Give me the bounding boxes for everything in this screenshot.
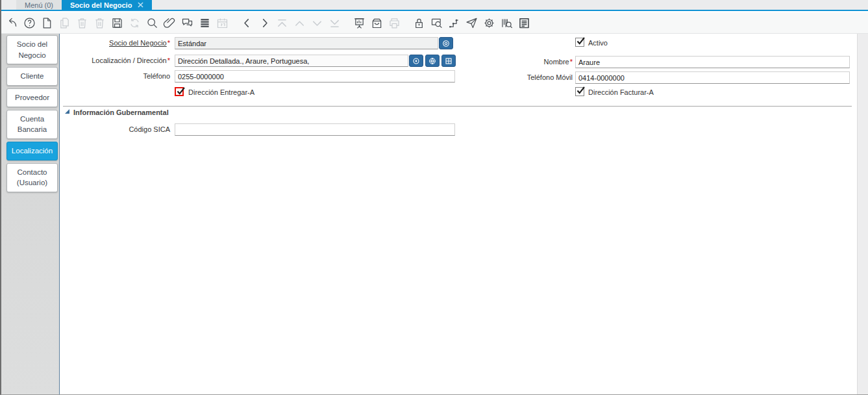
previous-record-button[interactable] (240, 14, 254, 32)
undo-button[interactable] (5, 14, 19, 32)
checkmark-icon (577, 37, 585, 45)
location-dialog-button[interactable] (409, 55, 423, 67)
last-record-icon (328, 16, 341, 30)
send-mail-icon (465, 16, 478, 30)
next-record-icon (258, 16, 271, 30)
form-area: Socio del Negocio* Activo Localización /… (60, 34, 857, 394)
nombre-field[interactable] (575, 56, 850, 68)
zoom-across-icon (430, 16, 443, 30)
delete-record-button (75, 14, 90, 32)
first-record-button (275, 14, 290, 32)
detail-record-button (310, 14, 325, 32)
undo-icon (5, 16, 19, 30)
attachment-button[interactable] (162, 14, 177, 32)
copy-record-button (57, 14, 72, 32)
chart-button[interactable] (352, 14, 367, 32)
tab-socio-label: Socio del Negocio (70, 1, 132, 9)
map-button[interactable] (425, 55, 440, 67)
record-info-icon (442, 40, 450, 47)
product-info-button[interactable] (499, 14, 514, 32)
sidebar-tab-contacto-usuario[interactable]: Contacto (Usuario) (6, 163, 58, 192)
detail-record-icon (310, 16, 324, 30)
calendar-button (215, 14, 230, 32)
first-record-icon (275, 16, 289, 30)
record-info-button[interactable] (439, 37, 453, 49)
section-title: Información Gubernamental (73, 108, 169, 116)
preferences-icon (482, 16, 496, 30)
sidebar-tab-localizacion[interactable]: Localización (6, 142, 58, 160)
activo-label: Activo (588, 39, 608, 47)
parent-record-button (292, 14, 307, 32)
codigo-sica-field[interactable] (175, 123, 455, 136)
telefono-field[interactable] (175, 70, 455, 83)
toggle-grid-button[interactable] (197, 14, 212, 32)
telefono-movil-field[interactable] (575, 71, 850, 84)
checkmark-icon (177, 87, 185, 95)
socio-del-negocio-label: Socio del Negocio* (60, 39, 170, 47)
previous-record-icon (240, 16, 254, 30)
delete-selection-icon (93, 16, 106, 30)
localizacion-direccion-field[interactable] (175, 55, 408, 67)
delete-selection-button (92, 14, 107, 32)
globe-icon (428, 57, 436, 65)
print-button (387, 14, 402, 32)
collapse-triangle-icon[interactable] (65, 109, 69, 114)
copy-record-icon (58, 16, 71, 30)
tab-menu[interactable]: Menú (0) (16, 0, 62, 10)
telefono-label: Teléfono (60, 72, 170, 80)
section-separator (63, 106, 852, 107)
help-icon (23, 16, 36, 30)
calendar-icon (216, 16, 229, 30)
sidebar-tabs: Socio del NegocioClienteProveedorCuenta … (1, 34, 60, 394)
chat-icon (180, 16, 194, 30)
next-record-button[interactable] (257, 14, 272, 32)
report-icon (517, 16, 531, 30)
product-info-icon (500, 16, 514, 30)
scrollbar-gutter[interactable] (857, 34, 868, 394)
sidebar-tab-cuenta-bancaria[interactable]: Cuenta Bancaria (6, 110, 58, 139)
refresh-button (127, 14, 142, 32)
workflow-button[interactable] (447, 14, 462, 32)
sidebar-tab-cliente[interactable]: Cliente (6, 67, 58, 86)
close-tab-icon[interactable] (138, 2, 143, 8)
new-record-button[interactable] (40, 14, 55, 32)
zoom-across-button[interactable] (429, 14, 444, 32)
refresh-icon (128, 16, 142, 30)
parent-record-icon (293, 16, 306, 30)
localizacion-direccion-label: Localización / Dirección* (60, 57, 170, 64)
activo-checkbox[interactable] (575, 38, 584, 47)
sidebar-tab-proveedor[interactable]: Proveedor (6, 88, 58, 107)
archive-button[interactable] (369, 14, 384, 32)
tab-menu-label: Menú (0) (25, 1, 53, 9)
help-button[interactable] (22, 14, 37, 32)
sidebar-tab-socio-del-negocio[interactable]: Socio del Negocio (6, 35, 58, 64)
print-icon (388, 16, 401, 30)
codigo-sica-label: Código SICA (60, 125, 170, 133)
toolbar (1, 12, 868, 34)
direccion-facturar-checkbox[interactable] (575, 87, 584, 96)
tab-socio-del-negocio[interactable]: Socio del Negocio (62, 0, 152, 10)
location-icon (412, 57, 420, 65)
direccion-entregar-checkbox[interactable] (175, 87, 184, 96)
save-icon (110, 16, 124, 30)
lock-button[interactable] (412, 14, 427, 32)
window-tabbar: Menú (0) Socio del Negocio (1, 0, 868, 11)
toggle-grid-icon (198, 16, 212, 30)
direccion-entregar-label: Dirección Entregar-A (188, 88, 254, 96)
workflow-icon (447, 16, 461, 30)
preferences-button[interactable] (482, 14, 497, 32)
lock-icon (412, 16, 426, 30)
find-button[interactable] (145, 14, 160, 32)
telefono-movil-label: Teléfono Móvil (450, 73, 573, 81)
delete-record-icon (75, 16, 89, 30)
socio-del-negocio-field[interactable] (175, 37, 438, 49)
chat-button[interactable] (180, 14, 195, 32)
last-record-button (327, 14, 342, 32)
find-icon (145, 16, 159, 30)
archive-icon (370, 16, 384, 30)
chart-icon (353, 16, 366, 30)
send-mail-button[interactable] (464, 14, 479, 32)
report-button[interactable] (517, 14, 532, 32)
save-button[interactable] (110, 14, 125, 32)
nombre-label: Nombre* (450, 58, 573, 66)
